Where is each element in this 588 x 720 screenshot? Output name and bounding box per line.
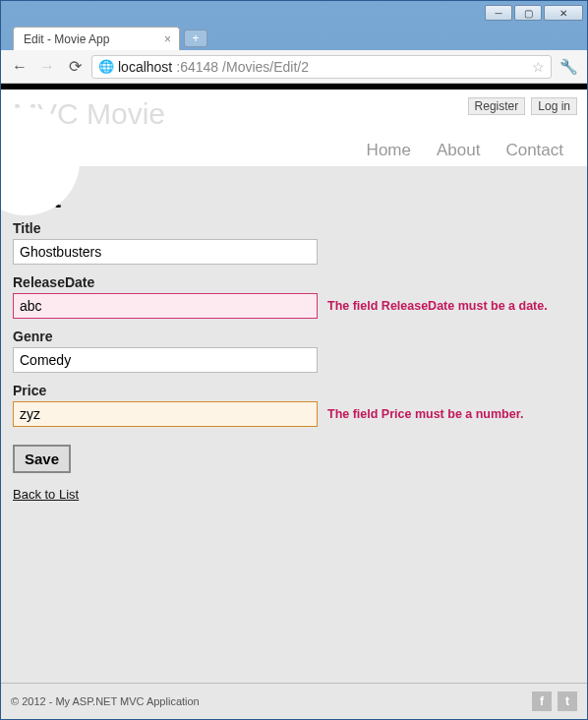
bookmark-star-icon[interactable]: ☆ [532,59,545,75]
releasedate-input[interactable] [13,293,318,319]
title-label: Title [13,220,575,236]
login-link[interactable]: Log in [531,97,577,115]
price-error: The field Price must be a number. [327,407,523,421]
save-button[interactable]: Save [13,445,71,473]
twitter-icon[interactable]: t [558,691,577,711]
new-tab-button[interactable]: + [184,30,207,47]
page-title: Edit [13,184,575,214]
facebook-icon[interactable]: f [532,691,552,711]
register-link[interactable]: Register [468,97,526,115]
back-button[interactable]: ← [9,56,30,78]
nav-home[interactable]: Home [367,141,411,160]
tab-title: Edit - Movie App [24,32,109,46]
nav-contact[interactable]: Contact [505,141,563,160]
forward-button[interactable]: → [36,56,58,78]
nav-about[interactable]: About [437,141,480,160]
window-close-button[interactable]: ✕ [544,5,583,21]
url-path: /Movies/Edit/2 [222,59,309,75]
title-input[interactable] [13,239,318,265]
window-minimize-button[interactable]: ─ [485,5,512,21]
reload-button[interactable]: ⟳ [64,56,86,78]
url-host: localhost [118,59,172,75]
browser-tab[interactable]: Edit - Movie App × [13,27,180,50]
window-maximize-button[interactable]: ▢ [514,5,542,21]
back-to-list-link[interactable]: Back to List [13,487,79,502]
price-label: Price [13,383,575,398]
genre-label: Genre [13,329,575,344]
url-port: :64148 [176,59,218,75]
footer-text: © 2012 - My ASP.NET MVC Application [11,695,200,707]
globe-icon: 🌐 [98,59,114,74]
address-bar[interactable]: 🌐 localhost:64148/Movies/Edit/2 ☆ [91,55,552,79]
releasedate-error: The field ReleaseDate must be a date. [327,299,548,313]
genre-input[interactable] [13,347,318,373]
releasedate-label: ReleaseDate [13,274,575,290]
tab-close-icon[interactable]: × [164,32,171,46]
price-input[interactable] [13,401,318,427]
settings-wrench-icon[interactable]: 🔧 [558,56,579,78]
